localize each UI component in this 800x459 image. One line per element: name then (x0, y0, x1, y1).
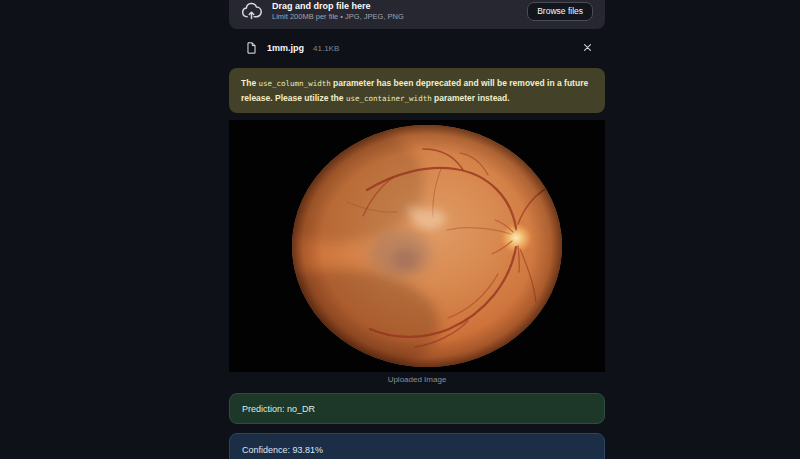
confidence-alert: Confidence: 93.81% (229, 433, 605, 459)
file-size: 41.1KB (313, 44, 339, 53)
file-icon (245, 40, 258, 56)
cloud-upload-icon (241, 1, 262, 22)
warning-code-param: use_column_width (258, 79, 330, 88)
close-icon (582, 41, 593, 56)
warning-text: parameter instead. (432, 93, 510, 103)
prediction-text: Prediction: no_DR (242, 404, 315, 414)
dropzone-limit: Limit 200MB per file • JPG, JPEG, PNG (272, 12, 517, 22)
warning-code-param: use_container_width (346, 94, 432, 103)
deprecation-warning-alert: The use_column_width parameter has been … (229, 68, 605, 113)
uploaded-image (229, 120, 605, 372)
uploaded-file-row: 1mm.jpg 41.1KB (229, 36, 605, 60)
image-caption: Uploaded Image (229, 374, 605, 386)
confidence-text: Confidence: 93.81% (242, 445, 323, 455)
remove-file-button[interactable] (578, 39, 597, 58)
warning-text: The (241, 78, 258, 88)
file-dropzone[interactable]: Drag and drop file here Limit 200MB per … (229, 0, 605, 29)
browse-files-button[interactable]: Browse files (527, 2, 593, 21)
fundus-photo (229, 120, 605, 372)
prediction-alert: Prediction: no_DR (229, 393, 605, 424)
dropzone-title: Drag and drop file here (272, 1, 517, 12)
streamlit-app: Drag and drop file here Limit 200MB per … (0, 0, 800, 459)
file-name: 1mm.jpg (267, 43, 304, 53)
